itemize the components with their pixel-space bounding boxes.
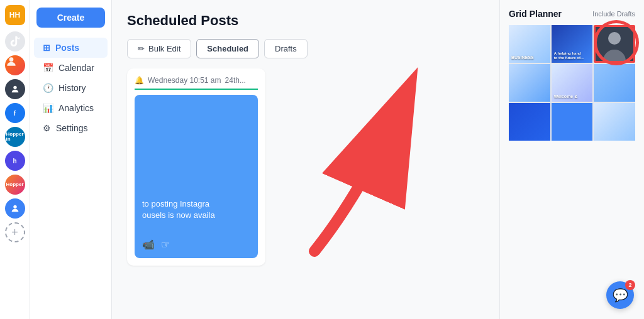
facebook-badge[interactable]: f xyxy=(5,103,25,123)
post-section: 🔔 Wednesday 10:51 am 24th... to posting … xyxy=(127,68,265,266)
grid-cell-8[interactable] xyxy=(552,103,593,141)
toolbar: ✏ Bulk Edit Scheduled Drafts xyxy=(127,39,484,58)
main-content: Scheduled Posts ✏ Bulk Edit Scheduled Dr… xyxy=(112,0,499,319)
bulk-edit-button[interactable]: ✏ Bulk Edit xyxy=(127,39,191,58)
dark-circle-avatar[interactable] xyxy=(5,79,25,99)
sidebar-item-posts[interactable]: ⊞ Posts xyxy=(34,38,108,58)
grid-cell-2[interactable]: A helping handto the future of... xyxy=(552,25,593,63)
grid-cell-1[interactable]: BUSINESS xyxy=(509,25,550,63)
grid-preview: BUSINESS A helping handto the future of.… xyxy=(509,25,635,141)
grid-planner-header: Grid Planner Include Drafts xyxy=(509,9,635,19)
scheduled-button[interactable]: Scheduled xyxy=(196,39,259,58)
chat-button[interactable]: 💬 2 xyxy=(606,281,634,309)
sidebar-item-calendar[interactable]: 📅 Calendar xyxy=(34,58,108,78)
svg-point-0 xyxy=(9,57,13,62)
clock-icon: 🕐 xyxy=(43,83,53,93)
instagram-avatar-1[interactable] xyxy=(5,55,25,75)
sidebar-item-posts-label: Posts xyxy=(55,43,79,53)
include-drafts-label: Include Drafts xyxy=(592,10,635,18)
post-date-label: 🔔 Wednesday 10:51 am 24th... xyxy=(135,76,258,90)
gear-icon: ⚙ xyxy=(43,123,51,133)
calendar-icon: 📅 xyxy=(43,63,53,73)
drafts-button[interactable]: Drafts xyxy=(264,39,308,58)
post-card-text: to posting Instagra ousels is now availa xyxy=(142,198,250,221)
chat-icon: 💬 xyxy=(613,288,628,303)
grid-cell-7[interactable] xyxy=(509,103,550,141)
sidebar-item-settings-label: Settings xyxy=(56,123,88,133)
grid-cell-4[interactable] xyxy=(509,64,550,102)
blue-circle-badge[interactable] xyxy=(5,198,25,219)
sidebar-item-analytics[interactable]: 📊 Analytics xyxy=(34,98,108,118)
add-account-button[interactable]: + xyxy=(5,222,25,242)
tiktok-avatar[interactable] xyxy=(5,31,25,51)
sidebar-item-history-label: History xyxy=(58,83,86,93)
sidebar-item-calendar-label: Calendar xyxy=(58,63,94,73)
cursor-icon: ☞ xyxy=(161,239,170,251)
person-photo xyxy=(596,27,633,61)
svg-point-2 xyxy=(13,205,16,208)
svg-point-1 xyxy=(13,86,16,89)
nav-sidebar: Create ⊞ Posts 📅 Calendar 🕐 History 📊 An… xyxy=(30,0,112,319)
hopper-instagram-badge[interactable]: Hopper xyxy=(5,175,25,195)
grid-cell-3-featured[interactable] xyxy=(594,25,635,63)
hopper-linkedin-badge[interactable]: Hopperin xyxy=(5,127,25,147)
sidebar-item-settings[interactable]: ⚙ Settings xyxy=(34,118,108,138)
create-button[interactable]: Create xyxy=(36,8,105,28)
page-title: Scheduled Posts xyxy=(127,13,484,29)
sidebar-item-history[interactable]: 🕐 History xyxy=(34,78,108,98)
post-card-icons: 📹 ☞ xyxy=(142,239,250,251)
edit-icon: ✏ xyxy=(138,44,145,53)
grid-planner-title: Grid Planner xyxy=(509,9,562,19)
grid-cell-9[interactable] xyxy=(594,103,635,141)
app-logo[interactable]: HH xyxy=(5,5,25,25)
icon-sidebar: HH f Hopperin h Hopper + xyxy=(0,0,30,319)
chat-badge: 2 xyxy=(625,280,635,290)
post-card[interactable]: to posting Instagra ousels is now availa… xyxy=(135,95,258,258)
chart-icon: 📊 xyxy=(43,103,53,113)
right-panel: Grid Planner Include Drafts BUSINESS A h… xyxy=(499,0,644,319)
hopper-h-badge[interactable]: h xyxy=(5,151,25,171)
grid-icon: ⊞ xyxy=(43,43,50,53)
grid-cell-6[interactable] xyxy=(594,64,635,102)
bell-icon: 🔔 xyxy=(135,76,144,85)
video-icon: 📹 xyxy=(142,239,155,251)
sidebar-item-analytics-label: Analytics xyxy=(58,103,94,113)
grid-cell-5[interactable]: Welcome & xyxy=(552,64,593,102)
